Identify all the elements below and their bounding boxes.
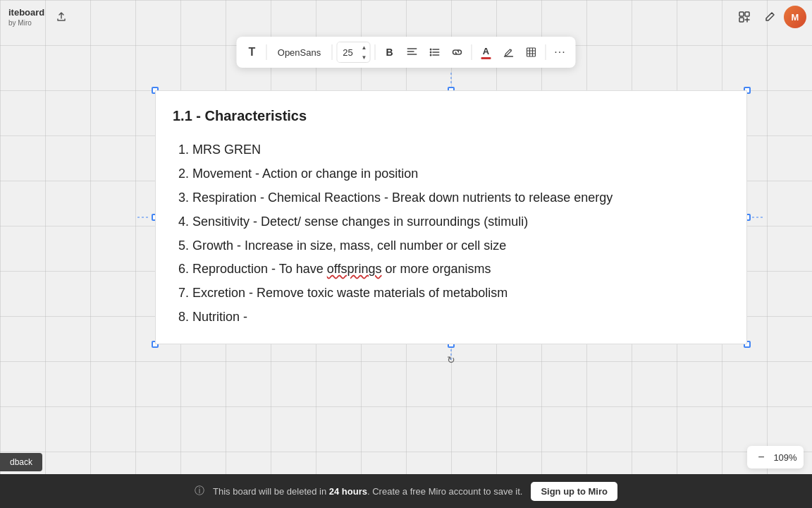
list-item-text: Reproduction - To have offsprings or mor… (192, 262, 491, 276)
font-name-button[interactable]: OpenSans (271, 42, 328, 63)
svg-rect-2 (739, 18, 744, 22)
top-right-controls: M (727, 6, 812, 28)
header-bar: iteboard by Miro (0, 0, 81, 34)
list-item: Nutrition - (192, 308, 730, 327)
notif-highlight: 24 hours (329, 486, 367, 497)
canvas: iteboard by Miro M T (0, 0, 812, 508)
link-button[interactable] (448, 42, 467, 63)
list-item-text: Nutrition - (192, 310, 247, 324)
rotate-handle[interactable]: ↻ (445, 354, 457, 365)
align-guide-top (451, 73, 452, 85)
feedback-button[interactable]: dback (0, 453, 42, 471)
notification-bar: ⓘ This board will be deleted in 24 hours… (0, 474, 812, 508)
list-item-text: MRS GREN (192, 143, 261, 157)
list-item: Respiration - Chemical Reactions - Break… (192, 188, 730, 208)
grid-button[interactable] (522, 42, 541, 63)
svg-rect-1 (745, 12, 749, 16)
upload-button[interactable] (50, 6, 73, 28)
notification-text: This board will be deleted in 24 hours. … (213, 486, 522, 497)
notif-suffix: . Create a free Miro account to save it. (367, 486, 522, 497)
text-color-button[interactable]: A (476, 42, 496, 63)
more-button[interactable]: ··· (550, 42, 570, 63)
svg-point-6 (430, 49, 432, 51)
list-button[interactable] (425, 42, 445, 63)
list-item: Movement - Action or change in position (192, 164, 730, 184)
notification-icon: ⓘ (195, 485, 204, 497)
zoom-out-button[interactable]: − (753, 449, 770, 466)
header-logo: iteboard by Miro (8, 7, 44, 27)
avatar[interactable]: M (784, 6, 806, 28)
font-size-control: ▲ ▼ (337, 42, 371, 63)
svg-rect-0 (739, 12, 744, 16)
list-item: Excretion - Remove toxic waste materials… (192, 284, 730, 303)
align-guide-right (752, 217, 765, 218)
toolbar-separator-5 (546, 44, 546, 60)
list-item-text: Excretion - Remove toxic waste materials… (192, 286, 508, 300)
signup-button[interactable]: Sign up to Miro (531, 482, 617, 501)
highlight-button[interactable] (499, 42, 519, 63)
text-box-title: 1.1 - Characteristics (173, 105, 730, 126)
toolbar-separator-1 (266, 44, 267, 60)
text-box[interactable]: 1.1 - Characteristics MRS GREN Movement … (155, 90, 747, 344)
list-item-text: Movement - Action or change in position (192, 167, 418, 181)
text-type-button[interactable]: T (242, 42, 262, 63)
notif-prefix: This board will be deleted in (213, 486, 329, 497)
svg-point-10 (430, 54, 432, 56)
bold-button[interactable]: B (380, 42, 400, 63)
grid-view-button[interactable] (733, 6, 756, 28)
list-item-text: Respiration - Chemical Reactions - Break… (192, 190, 613, 205)
align-guide-left (137, 217, 150, 218)
toolbar-separator-2 (332, 44, 333, 60)
text-list: MRS GREN Movement - Action or change in … (173, 140, 730, 327)
misspelled-word: offsprings (327, 262, 382, 276)
pen-button[interactable] (758, 6, 781, 28)
zoom-level: 109% (773, 452, 798, 463)
format-toolbar: T OpenSans ▲ ▼ B (237, 37, 576, 68)
text-box-wrapper: ↻ 1.1 - Characteristics MRS GREN Movemen… (155, 90, 747, 344)
list-item: Reproduction - To have offsprings or mor… (192, 260, 730, 279)
font-size-down-button[interactable]: ▼ (359, 52, 370, 62)
align-button[interactable] (402, 42, 422, 63)
board-subtitle: by Miro (8, 19, 44, 27)
zoom-controls: −109% (747, 446, 804, 468)
font-size-up-button[interactable]: ▲ (359, 42, 370, 52)
toolbar-separator-3 (375, 44, 376, 60)
board-title: iteboard (8, 7, 44, 18)
svg-point-8 (430, 52, 432, 54)
list-item: Growth - Increase in size, mass, cell nu… (192, 236, 730, 256)
toolbar-separator-4 (472, 44, 472, 60)
list-item-text: Sensitivity - Detect/ sense changes in s… (192, 214, 528, 229)
list-item-text: Growth - Increase in size, mass, cell nu… (192, 238, 506, 253)
svg-rect-13 (527, 48, 536, 56)
list-item: MRS GREN (192, 140, 730, 160)
list-item: Sensitivity - Detect/ sense changes in s… (192, 212, 730, 232)
font-size-input[interactable] (338, 42, 359, 62)
font-size-arrows: ▲ ▼ (359, 42, 370, 62)
